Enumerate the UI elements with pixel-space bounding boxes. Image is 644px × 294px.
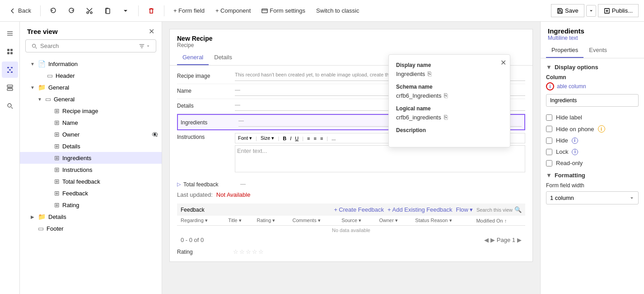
tree-item-rating[interactable]: ▶ ⊞ Rating bbox=[20, 199, 162, 211]
switch-classic-button[interactable]: Switch to classic bbox=[313, 5, 363, 16]
align-left-btn[interactable]: ≡ bbox=[306, 135, 311, 142]
expand-icon[interactable]: ▷ bbox=[177, 181, 181, 187]
col-comments[interactable]: Comments ▾ bbox=[289, 216, 338, 226]
more-btn[interactable]: ... bbox=[330, 135, 337, 142]
data-icon[interactable] bbox=[2, 80, 18, 96]
delete-button[interactable] bbox=[144, 5, 159, 16]
search-view-button[interactable]: 🔍 bbox=[514, 206, 522, 213]
save-dropdown-button[interactable] bbox=[586, 5, 596, 17]
tree-item-recipe-image[interactable]: ▶ ⊞ Recipe image bbox=[20, 105, 162, 117]
star-4[interactable]: ☆ bbox=[252, 248, 257, 255]
col-regarding[interactable]: Regarding ▾ bbox=[177, 216, 224, 226]
flow-button[interactable]: Flow ▾ bbox=[456, 206, 472, 213]
tab-general[interactable]: General bbox=[177, 50, 209, 65]
popup-close-button[interactable]: ✕ bbox=[500, 58, 506, 67]
collapse-icon[interactable]: ▼ bbox=[546, 64, 552, 71]
form-subtitle: Recipe bbox=[177, 42, 525, 48]
tree-item-ingredients[interactable]: ▶ ⊞ Ingredients bbox=[20, 152, 162, 164]
paste-button[interactable] bbox=[100, 5, 115, 16]
align-right-btn[interactable]: ≡ bbox=[319, 135, 324, 142]
hide-checkbox[interactable] bbox=[546, 138, 552, 144]
align-center-btn[interactable]: ≡ bbox=[313, 135, 318, 142]
star-2[interactable]: ☆ bbox=[239, 248, 245, 255]
component-button[interactable]: + Component bbox=[212, 5, 254, 16]
prev-page-button[interactable]: ◀ bbox=[484, 237, 489, 243]
copy-display-name-icon[interactable]: ⎘ bbox=[428, 70, 431, 77]
tree-item-details2[interactable]: ▶ 📁 Details bbox=[20, 211, 162, 223]
tree-item-name[interactable]: ▶ ⊞ Name bbox=[20, 117, 162, 128]
form-field-width-container: Form field width 1 column bbox=[546, 182, 639, 204]
col-owner[interactable]: Owner ▾ bbox=[375, 216, 411, 226]
tree-item-feedback[interactable]: ▶ ⊞ Feedback bbox=[20, 187, 162, 199]
create-feedback-button[interactable]: + Create Feedback bbox=[334, 206, 384, 213]
hide-on-phone-info-icon[interactable]: i bbox=[598, 125, 605, 133]
hide-label-checkbox[interactable] bbox=[546, 114, 552, 121]
col-source[interactable]: Source ▾ bbox=[338, 216, 375, 226]
tree-item-details-field[interactable]: ▶ ⊞ Details bbox=[20, 140, 162, 152]
rating-stars[interactable]: ☆ ☆ ☆ ☆ ☆ bbox=[233, 248, 264, 255]
info-icon-red[interactable]: i bbox=[546, 82, 554, 90]
tree-item-header[interactable]: ▶ ▭ Header bbox=[20, 70, 162, 81]
star-3[interactable]: ☆ bbox=[246, 248, 251, 255]
back-button[interactable]: Back bbox=[5, 5, 35, 16]
tree-item-information[interactable]: ▼ 📄 Information bbox=[20, 58, 162, 70]
tree-item-instructions[interactable]: ▶ ⊞ Instructions bbox=[20, 164, 162, 175]
tree-item-owner[interactable]: ▶ ⊞ Owner 👁️‍🗨 bbox=[20, 128, 162, 140]
dropdown-button[interactable] bbox=[118, 5, 133, 16]
copy-schema-name-icon[interactable]: ⎘ bbox=[444, 92, 448, 99]
underline-btn[interactable]: U bbox=[294, 135, 300, 142]
last-updated-row: Last updated: Not Available bbox=[177, 190, 525, 200]
display-options-section: ▼ Display options Column i able column bbox=[546, 64, 639, 166]
star-1[interactable]: ☆ bbox=[233, 248, 238, 255]
redo-button[interactable] bbox=[64, 5, 79, 16]
props-tab-events[interactable]: Events bbox=[583, 43, 612, 58]
hide-info-icon[interactable]: i bbox=[572, 138, 578, 144]
lock-checkbox[interactable] bbox=[546, 149, 552, 155]
save-button[interactable]: Save bbox=[551, 4, 584, 17]
font-selector[interactable]: Font ▾ bbox=[237, 135, 253, 142]
subgrid-footer: 0 - 0 of 0 ◀ ▶ Page 1 ▶ bbox=[177, 235, 525, 245]
page-text: Page 1 bbox=[497, 237, 515, 243]
search-icon-bar[interactable] bbox=[2, 98, 18, 114]
item-label-name: Name bbox=[62, 119, 158, 126]
tree-icon[interactable] bbox=[2, 62, 18, 78]
filter-button[interactable] bbox=[139, 43, 150, 49]
formatting-collapse-icon[interactable]: ▼ bbox=[546, 172, 552, 179]
width-dropdown[interactable]: 1 column bbox=[546, 191, 639, 204]
lock-info-icon[interactable]: i bbox=[572, 149, 578, 155]
col-status-reason[interactable]: Status Reason ▾ bbox=[411, 216, 472, 226]
next-page-2[interactable]: ▶ bbox=[517, 237, 522, 243]
undo-button[interactable] bbox=[46, 5, 61, 16]
cut-button[interactable] bbox=[82, 5, 97, 16]
tree-item-general[interactable]: ▼ 📁 General bbox=[20, 81, 162, 93]
instructions-content[interactable]: Enter text... bbox=[235, 145, 525, 172]
tab-details[interactable]: Details bbox=[209, 50, 238, 65]
form-settings-button[interactable]: Form settings bbox=[258, 5, 309, 16]
tree-search-box[interactable] bbox=[25, 39, 156, 52]
bold-btn[interactable]: B bbox=[281, 135, 288, 142]
apps-icon[interactable] bbox=[2, 43, 18, 60]
form-field-button[interactable]: + Form field bbox=[170, 5, 208, 16]
popup-display-name-label: Display name bbox=[396, 62, 503, 68]
col-title[interactable]: Title ▾ bbox=[224, 216, 253, 226]
column-link[interactable]: able column bbox=[557, 83, 586, 90]
hide-on-phone-checkbox[interactable] bbox=[546, 126, 552, 132]
size-selector[interactable]: Size ▾ bbox=[259, 135, 275, 142]
publish-button[interactable]: Publis... bbox=[598, 4, 639, 17]
tree-close-button[interactable]: ✕ bbox=[149, 27, 154, 36]
label-input[interactable] bbox=[546, 94, 639, 107]
copy-logical-name-icon[interactable]: ⎘ bbox=[444, 114, 448, 121]
tree-item-footer[interactable]: ▶ ▭ Footer bbox=[20, 223, 162, 234]
tree-item-total-feedback[interactable]: ▶ ⊞ Total feedback bbox=[20, 175, 162, 187]
col-modified-on[interactable]: Modified On ↑ bbox=[472, 216, 525, 226]
italic-btn[interactable]: I bbox=[289, 135, 293, 142]
hamburger-icon[interactable] bbox=[2, 25, 18, 42]
read-only-checkbox[interactable] bbox=[546, 160, 552, 166]
search-input[interactable] bbox=[40, 43, 136, 49]
add-existing-button[interactable]: + Add Existing Feedback bbox=[387, 206, 453, 213]
next-page-button[interactable]: ▶ bbox=[490, 237, 495, 243]
star-5[interactable]: ☆ bbox=[258, 248, 264, 255]
tree-item-general2[interactable]: ▼ ▭ General bbox=[20, 93, 162, 105]
col-rating[interactable]: Rating ▾ bbox=[253, 216, 289, 226]
props-tab-properties[interactable]: Properties bbox=[546, 43, 583, 58]
